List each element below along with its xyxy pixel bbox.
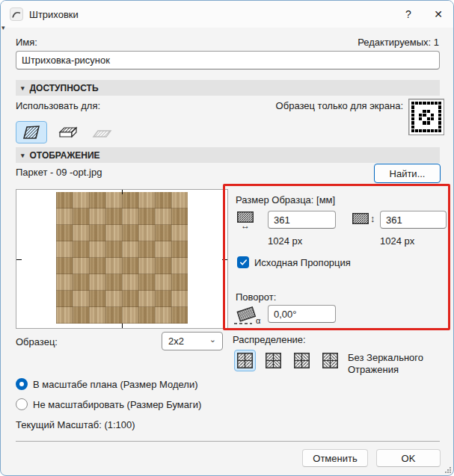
image-preview-box [16, 189, 228, 329]
sample-dropdown[interactable]: 2x2 ⌄ [162, 332, 223, 350]
sample-size-panel: Размер Образца: [мм] ↔ 1024 px ↕ 1024 px… [223, 184, 450, 330]
drafting-fill-icon [22, 124, 41, 140]
chevron-down-icon: ▾ [21, 152, 25, 159]
width-icon: ↔ [237, 211, 254, 231]
proportion-label: Исходная Пропорция [254, 257, 351, 268]
footer-divider [16, 441, 440, 442]
rotation-input[interactable] [268, 305, 336, 323]
tick-top [122, 190, 123, 194]
rotation-icon: α [233, 304, 263, 327]
app-icon [10, 7, 23, 21]
chevron-down-icon: ▾ [21, 84, 25, 92]
sample-height-input[interactable] [380, 211, 447, 229]
section-availability[interactable]: ▾ ДОСТУПНОСТЬ [16, 80, 440, 96]
chevron-down-icon: ⌄ [209, 335, 216, 344]
help-button[interactable]: ? [393, 3, 423, 25]
cancel-button[interactable]: Отменить [302, 449, 368, 467]
fills-dialog: Штриховки ? ✕ ▾ Имя: Редактируемых: 1 ▾ … [0, 0, 454, 476]
alpha-icon: α [256, 316, 260, 325]
distribution-mirror-horizontal-icon [294, 353, 310, 368]
fill-type-drafting-button[interactable] [16, 121, 47, 143]
parquet-texture-preview [56, 192, 188, 324]
rotation-label: Поворот: [236, 291, 276, 303]
cover-fill-icon [58, 125, 78, 140]
scale-model-label: В масштабе плана (Размер Модели) [33, 379, 198, 390]
resize-grip[interactable] [445, 467, 451, 473]
distribution-none-button[interactable] [234, 350, 256, 371]
name-input[interactable] [16, 51, 440, 69]
tick-bottom [122, 324, 123, 328]
editable-count: Редактируемых: 1 [358, 37, 439, 48]
sample-label: Образец: [16, 336, 58, 347]
distribution-none-icon [237, 353, 253, 368]
section-display[interactable]: ▾ ОТОБРАЖЕНИЕ [16, 147, 440, 163]
width-pixels: 1024 px [268, 235, 302, 247]
distribution-mirror-vertical-button[interactable] [263, 350, 284, 371]
window-title: Штриховки [29, 9, 79, 20]
distribution-label: Распределение: [233, 334, 306, 345]
panel-collapse-icon[interactable]: ▾ [1, 24, 5, 31]
distribution-mirror-horizontal-button[interactable] [291, 350, 313, 371]
ok-button[interactable]: OK [376, 449, 441, 467]
fill-type-cover-button[interactable] [52, 121, 83, 143]
cut-fill-icon [92, 125, 112, 140]
name-label: Имя: [16, 37, 37, 48]
distribution-mirror-both-icon [322, 353, 338, 368]
proportion-checkbox[interactable] [237, 256, 249, 268]
checkmark-icon [239, 259, 248, 266]
screen-sample-preview [408, 99, 444, 135]
height-arrow-icon: ↕ [370, 213, 375, 224]
scale-paper-radio[interactable] [16, 398, 28, 410]
use-for-label: Использовать для: [16, 100, 100, 111]
section-display-label: ОТОБРАЖЕНИЕ [30, 150, 100, 161]
height-pixels: 1024 px [380, 235, 414, 247]
sample-dropdown-value: 2x2 [168, 336, 184, 347]
distribution-mirror-vertical-icon [266, 353, 281, 368]
find-button[interactable]: Найти... [374, 164, 441, 183]
tick-left [16, 259, 22, 260]
scale-model-radio[interactable] [16, 378, 28, 390]
scale-paper-label: Не масштабировать (Размер Бумаги) [33, 399, 201, 410]
distribution-mirror-both-button[interactable] [319, 350, 341, 371]
screen-sample-label: Образец только для экрана: [276, 100, 403, 111]
current-scale-label: Текущий Масштаб: (1:100) [16, 419, 135, 430]
section-availability-label: ДОСТУПНОСТЬ [30, 83, 99, 93]
size-label: Размер Образца: [мм] [236, 194, 335, 205]
fill-type-cut-button [86, 121, 117, 143]
height-icon: ↕ [352, 213, 375, 224]
sample-width-input[interactable] [268, 211, 336, 229]
mirror-status-label: Без Зеркального Отражения [348, 352, 435, 376]
close-button[interactable]: ✕ [423, 3, 453, 25]
image-filename: Паркет - 09 -opt.jpg [16, 167, 102, 178]
titlebar: Штриховки ? ✕ [1, 1, 453, 28]
arc-icon [11, 9, 22, 19]
screen-sample-bitmap [411, 102, 441, 132]
